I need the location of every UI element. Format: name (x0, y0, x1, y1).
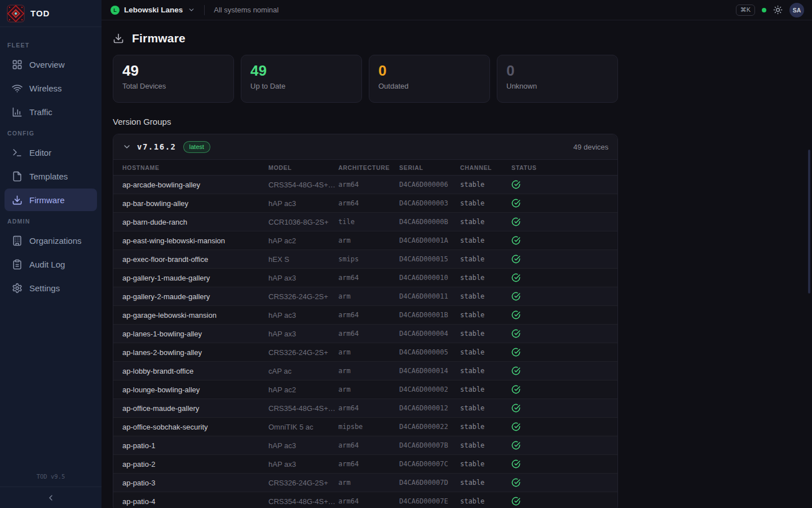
cell-channel: stable (460, 367, 511, 375)
version-group-header[interactable]: v7.16.2 latest 49 devices (113, 134, 617, 159)
cell-status (511, 459, 608, 468)
table-row[interactable]: ap-patio-3 CRS326-24G-2S+ arm D4CA6D0000… (113, 474, 617, 492)
chevron-down-icon[interactable] (122, 142, 131, 151)
topbar-actions: ⌘K SA (736, 3, 804, 17)
org-avatar: L (111, 6, 120, 15)
cell-architecture: arm (338, 479, 399, 487)
sidebar-item-traffic[interactable]: Traffic (5, 100, 97, 123)
system-status-text: All systems nominal (214, 6, 279, 14)
sidebar-item-wireless[interactable]: Wireless (5, 77, 97, 99)
table-row[interactable]: ap-office-sobchak-security OmniTIK 5 ac … (113, 418, 617, 436)
terminal-icon (12, 147, 23, 158)
table-row[interactable]: ap-lounge-bowling-alley hAP ac2 arm D4CA… (113, 380, 617, 399)
table-row[interactable]: ap-patio-4 CRS354-48G-4S+… arm64 D4CA6D0… (113, 492, 617, 508)
cell-status (511, 348, 608, 357)
check-circle-icon (511, 310, 520, 319)
cell-serial: D4CA6D000010 (399, 274, 460, 282)
sidebar-item-label: Settings (29, 283, 60, 293)
grid-icon (12, 59, 23, 70)
cell-model: hAP ac3 (268, 441, 338, 450)
cell-architecture: tile (338, 218, 399, 226)
cell-model: CRS326-24G-2S+ (268, 292, 338, 301)
cell-channel: stable (460, 330, 511, 338)
cell-channel: stable (460, 199, 511, 207)
check-circle-icon (511, 385, 520, 394)
sun-icon[interactable] (773, 5, 783, 15)
cell-serial: D4CA6D00001A (399, 237, 460, 244)
file-icon (12, 171, 23, 182)
cell-status (511, 255, 608, 264)
cell-serial: D4CA6D00000B (399, 218, 460, 226)
cell-serial: D4CA6D000006 (399, 181, 460, 189)
cell-serial: D4CA6D00007C (399, 460, 460, 468)
cell-model: CCR1036-8G-2S+ (268, 218, 338, 226)
cell-model: hAP ac2 (268, 386, 338, 394)
app-logo-row: TOD (0, 0, 102, 27)
cell-status (511, 310, 608, 319)
stats-grid: 49 Total Devices 49 Up to Date 0 Outdate… (113, 55, 618, 103)
chevron-down-icon (188, 6, 195, 14)
table-row[interactable]: ap-barn-dude-ranch CCR1036-8G-2S+ tile D… (113, 213, 617, 231)
cell-architecture: arm64 (338, 460, 399, 468)
vertical-scrollbar[interactable] (808, 150, 810, 294)
nav-section-fleet: FLEET Overview Wireless Traffic (0, 42, 102, 123)
nav-section-label: CONFIG (0, 130, 102, 137)
nav-section-admin: ADMIN Organizations Audit Log Settings (0, 218, 102, 299)
column-header: ARCHITECTURE (338, 164, 399, 171)
cell-hostname: ap-lanes-2-bowling-alley (122, 348, 268, 357)
sidebar-collapse-button[interactable] (0, 487, 102, 508)
table-row[interactable]: ap-bar-bowling-alley hAP ac3 arm64 D4CA6… (113, 194, 617, 213)
sidebar-item-audit-log[interactable]: Audit Log (5, 253, 97, 275)
main-area: L Lebowski Lanes All systems nominal ⌘K … (102, 0, 812, 508)
cell-architecture: arm64 (338, 199, 399, 207)
latest-badge: latest (183, 141, 210, 153)
table-row[interactable]: ap-lanes-2-bowling-alley CRS326-24G-2S+ … (113, 343, 617, 362)
sidebar-item-overview[interactable]: Overview (5, 53, 97, 76)
cell-hostname: ap-patio-3 (122, 479, 268, 487)
org-switcher[interactable]: L Lebowski Lanes (111, 6, 195, 15)
cell-hostname: ap-patio-1 (122, 441, 268, 450)
cell-channel: stable (460, 237, 511, 244)
table-row[interactable]: ap-east-wing-lebowski-mansion hAP ac2 ar… (113, 231, 617, 250)
table-row[interactable]: ap-patio-2 hAP ax3 arm64 D4CA6D00007C st… (113, 455, 617, 474)
cell-model: CRS326-24G-2S+ (268, 479, 338, 487)
table-row[interactable]: ap-gallery-2-maude-gallery CRS326-24G-2S… (113, 287, 617, 306)
sidebar-item-firmware[interactable]: Firmware (5, 189, 97, 211)
table-row[interactable]: ap-exec-floor-brandt-office hEX S smips … (113, 250, 617, 269)
table-row[interactable]: ap-lanes-1-bowling-alley hAP ax3 arm64 D… (113, 325, 617, 343)
chevron-left-icon (46, 493, 55, 502)
topbar: L Lebowski Lanes All systems nominal ⌘K … (102, 0, 812, 20)
command-palette-shortcut[interactable]: ⌘K (736, 5, 755, 16)
device-count: 49 devices (573, 143, 608, 151)
sidebar-nav: FLEET Overview Wireless Traffic CONFIG (0, 27, 102, 508)
cell-architecture: smips (338, 255, 399, 263)
cell-channel: stable (460, 423, 511, 431)
table-row[interactable]: ap-arcade-bowling-alley CRS354-48G-4S+… … (113, 176, 617, 194)
table-row[interactable]: ap-garage-lebowski-mansion hAP ac3 arm64… (113, 306, 617, 325)
sidebar-item-settings[interactable]: Settings (5, 277, 97, 299)
page-title-row: Firmware (113, 32, 801, 45)
table-row[interactable]: ap-patio-1 hAP ac3 arm64 D4CA6D00007B st… (113, 436, 617, 455)
topbar-divider (204, 5, 205, 15)
user-avatar[interactable]: SA (789, 3, 804, 17)
table-row[interactable]: ap-office-maude-gallery CRS354-48G-4S+… … (113, 399, 617, 418)
stat-card: 49 Up to Date (241, 55, 362, 103)
cell-serial: D4CA6D000005 (399, 348, 460, 356)
table-row[interactable]: ap-lobby-brandt-office cAP ac arm D4CA6D… (113, 362, 617, 380)
cell-serial: D4CA6D00007E (399, 497, 460, 505)
sidebar-item-organizations[interactable]: Organizations (5, 229, 97, 252)
check-circle-icon (511, 273, 520, 282)
sidebar-item-label: Templates (29, 172, 68, 181)
cell-architecture: arm64 (338, 311, 399, 319)
sidebar-item-label: Firmware (29, 195, 65, 205)
table-row[interactable]: ap-gallery-1-maude-gallery hAP ax3 arm64… (113, 269, 617, 287)
cell-channel: stable (460, 181, 511, 189)
check-circle-icon (511, 236, 520, 245)
sidebar-item-editor[interactable]: Editor (5, 141, 97, 164)
cell-hostname: ap-east-wing-lebowski-mansion (122, 237, 268, 245)
sidebar-item-templates[interactable]: Templates (5, 165, 97, 187)
stat-label: Unknown (506, 82, 608, 90)
check-circle-icon (511, 329, 520, 338)
cell-channel: stable (460, 460, 511, 468)
tod-logo-icon (7, 5, 25, 23)
